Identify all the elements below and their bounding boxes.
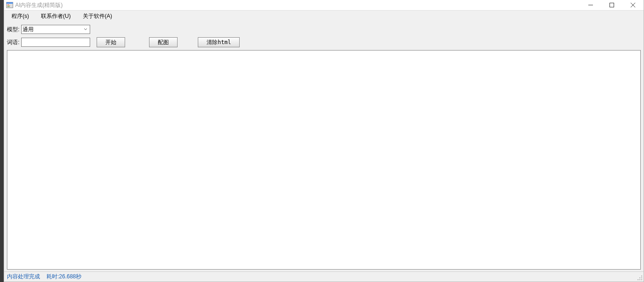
titlebar: AI内容生成(精简版) [4,0,644,11]
app-icon [6,1,13,9]
chevron-down-icon [82,26,89,33]
content-area[interactable] [7,50,641,270]
svg-point-9 [641,276,642,276]
minimize-button[interactable] [580,0,601,10]
menu-contact[interactable]: 联系作者(U) [39,11,73,21]
clear-html-button[interactable]: 清除html [198,37,240,47]
menubar: 程序(s) 联系作者(U) 关于软件(A) [4,11,644,22]
statusbar: 内容处理完成 耗时:26.688秒 [4,271,644,282]
window-title: AI内容生成(精简版) [15,1,580,9]
desktop-edge [0,0,4,282]
window-controls [580,0,644,10]
close-button[interactable] [622,0,644,10]
word-input[interactable] [21,38,90,47]
svg-point-11 [641,277,642,278]
status-time: 耗时:26.688秒 [46,273,81,281]
resize-grip-icon[interactable] [636,274,643,281]
svg-point-13 [639,279,640,280]
menu-program[interactable]: 程序(s) [10,11,31,21]
svg-rect-6 [610,3,614,7]
svg-rect-2 [7,5,9,5]
menu-about[interactable]: 关于软件(A) [81,11,114,21]
model-row: 模型: 通用 [7,23,641,35]
start-button[interactable]: 开始 [97,37,125,47]
word-row: 词语: 开始 配图 清除html [7,35,641,49]
svg-point-14 [641,279,642,280]
svg-rect-4 [7,6,10,7]
model-label: 模型: [7,26,19,34]
word-label: 词语: [7,39,19,46]
svg-point-10 [639,277,640,278]
main-window: AI内容生成(精简版) 程序(s) 联系作者(U) 关于软件(A) 模型: 通用 [4,0,644,282]
svg-rect-3 [7,6,10,6]
svg-point-12 [638,279,638,280]
status-done: 内容处理完成 [7,273,40,281]
toolbar: 模型: 通用 词语: 开始 配图 清除html [4,22,644,49]
model-combo[interactable]: 通用 [21,25,90,34]
maximize-button[interactable] [601,0,622,10]
image-button[interactable]: 配图 [149,37,178,47]
model-combo-value: 通用 [23,26,34,34]
svg-rect-1 [6,2,13,4]
